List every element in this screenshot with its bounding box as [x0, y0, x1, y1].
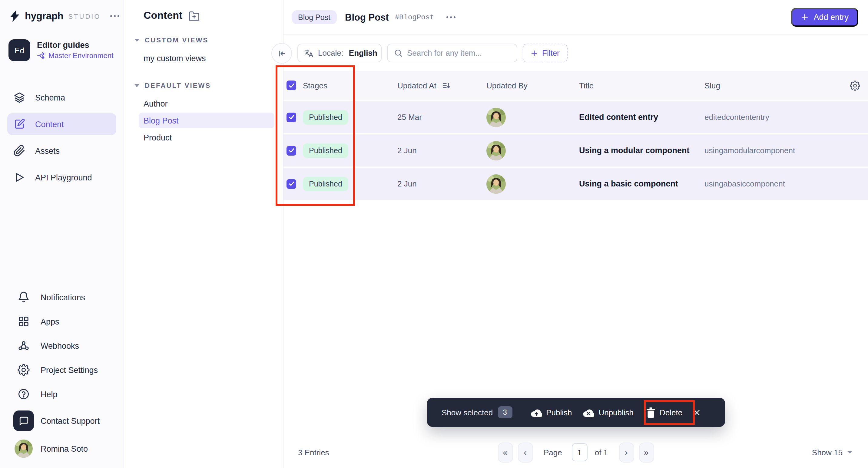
- model-chip: Blog Post: [292, 10, 337, 24]
- sidebar-item-label: Webhooks: [40, 341, 79, 350]
- add-entry-button[interactable]: Add entry: [791, 8, 858, 27]
- gear-icon: [18, 364, 30, 376]
- column-header-updated-at: Updated At: [397, 81, 436, 90]
- chevron-down-icon: [847, 451, 852, 454]
- sort-descending-icon[interactable]: [442, 81, 452, 90]
- content-edit-icon: [13, 118, 26, 130]
- updated-by-avatar: [486, 174, 506, 194]
- column-settings-gear-icon[interactable]: [841, 80, 868, 91]
- next-page-button[interactable]: ›: [619, 442, 634, 462]
- brand-row: hygraph STUDIO: [0, 0, 124, 23]
- select-all-checkbox[interactable]: [286, 80, 296, 90]
- main-header: Blog Post Blog Post #BlogPost Add entry: [283, 0, 868, 35]
- locale-selector[interactable]: Locale: English: [298, 43, 382, 62]
- sidebar-item-label: Notifications: [40, 293, 85, 302]
- sidebar-item-label: Help: [40, 390, 58, 399]
- environment-selector[interactable]: Master Environment: [37, 52, 114, 60]
- table-row[interactable]: Published 2 Jun Using a basic component …: [283, 168, 868, 200]
- environment-name: Master Environment: [49, 52, 114, 60]
- plus-icon: [531, 49, 538, 57]
- webhook-icon: [18, 340, 30, 352]
- publish-button[interactable]: Publish: [530, 408, 572, 417]
- view-item-label: my custom views: [144, 54, 206, 63]
- sidebar-item-label: Contact Support: [40, 416, 100, 425]
- view-item-my-custom-views[interactable]: my custom views: [139, 50, 274, 66]
- user-avatar: [14, 439, 33, 458]
- filter-button[interactable]: Filter: [523, 43, 567, 62]
- close-icon[interactable]: [693, 408, 701, 416]
- collapse-panel-button[interactable]: [271, 43, 292, 64]
- title-cell: Using a modular component: [579, 146, 705, 155]
- slug-cell: usingamodularcomponent: [705, 146, 841, 155]
- unpublish-button[interactable]: Unpublish: [583, 408, 633, 417]
- row-checkbox[interactable]: [286, 145, 296, 155]
- row-checkbox[interactable]: [286, 112, 296, 122]
- locale-value: English: [349, 48, 377, 58]
- updated-by-avatar: [486, 107, 506, 127]
- page-size-select[interactable]: Show 15: [812, 448, 852, 457]
- help-icon: [18, 388, 30, 400]
- locale-label: Locale:: [318, 48, 343, 58]
- last-page-button[interactable]: »: [639, 442, 654, 462]
- page-input[interactable]: [572, 443, 588, 461]
- column-header-stages: Stages: [303, 81, 328, 90]
- view-item-label: Product: [144, 133, 172, 142]
- search-input[interactable]: [407, 48, 510, 58]
- chat-bubble-icon: [13, 410, 34, 431]
- selected-count-badge: 3: [498, 406, 512, 419]
- apps-grid-icon: [18, 315, 30, 328]
- table-row[interactable]: Published 2 Jun Using a modular componen…: [283, 134, 868, 167]
- chevron-down-icon: [134, 84, 139, 87]
- show-selected-button[interactable]: Show selected: [441, 408, 493, 417]
- sidebar-item-schema[interactable]: Schema: [7, 87, 116, 108]
- bottom-nav: Notifications Apps Webhooks Project Sett…: [0, 287, 124, 461]
- project-row[interactable]: Ed Editor guides Master Environment: [8, 39, 115, 61]
- title-cell: Edited content entry: [579, 112, 705, 122]
- main-nav: Schema Content Assets API Playground: [0, 87, 124, 188]
- column-header-slug: Slug: [705, 81, 720, 90]
- delete-button[interactable]: Delete: [646, 407, 682, 417]
- search-box: [387, 43, 517, 62]
- sidebar-item-notifications[interactable]: Notifications: [7, 287, 116, 308]
- views-panel-title: Content: [144, 10, 182, 22]
- project-avatar: Ed: [8, 39, 30, 61]
- sidebar-item-label: Assets: [35, 146, 60, 155]
- sidebar-item-help[interactable]: Help: [7, 383, 116, 405]
- sidebar-item-label: API Playground: [35, 173, 92, 182]
- brand-suffix: STUDIO: [68, 12, 100, 20]
- first-page-button[interactable]: «: [498, 442, 513, 462]
- sidebar-item-assets[interactable]: Assets: [7, 140, 116, 162]
- model-menu-icon[interactable]: [446, 16, 455, 18]
- hygraph-logo-icon: [8, 10, 21, 23]
- sidebar-item-project-settings[interactable]: Project Settings: [7, 359, 116, 381]
- table-row[interactable]: Published 25 Mar Edited content entry ed…: [283, 101, 868, 133]
- row-checkbox[interactable]: [286, 179, 296, 189]
- sidebar-item-api-playground[interactable]: API Playground: [7, 167, 116, 188]
- sidebar-item-user[interactable]: Romina Soto: [7, 436, 116, 461]
- table-header-row: Stages Updated At Updated By Title Slug: [283, 71, 868, 100]
- sidebar-item-content[interactable]: Content: [7, 113, 116, 135]
- title-cell: Using a basic component: [579, 179, 705, 188]
- view-item-author[interactable]: Author: [139, 96, 274, 111]
- previous-page-button[interactable]: ‹: [518, 442, 533, 462]
- sidebar-item-apps[interactable]: Apps: [7, 310, 116, 332]
- view-item-blog-post[interactable]: Blog Post: [139, 112, 274, 128]
- delete-label: Delete: [660, 408, 682, 417]
- view-item-product[interactable]: Product: [139, 130, 274, 145]
- custom-views-section-header[interactable]: CUSTOM VIEWS: [134, 33, 283, 46]
- sidebar-item-contact-support[interactable]: Contact Support: [7, 407, 116, 434]
- toolbar: Locale: English Filter: [283, 35, 868, 71]
- content-views-panel: Content CUSTOM VIEWS my custom views DEF…: [124, 0, 283, 468]
- user-name: Romina Soto: [40, 444, 88, 453]
- sidebar-item-webhooks[interactable]: Webhooks: [7, 335, 116, 357]
- add-entry-label: Add entry: [813, 13, 848, 22]
- default-views-section-header[interactable]: DEFAULT VIEWS: [134, 79, 283, 92]
- workspace-menu-icon[interactable]: [111, 15, 120, 17]
- table-footer: 3 Entries « ‹ Page of 1 › » Show 15: [283, 436, 868, 468]
- status-badge: Published: [303, 110, 348, 125]
- create-view-icon[interactable]: [188, 10, 200, 21]
- slug-cell: editedcontententry: [705, 112, 841, 122]
- search-icon: [394, 48, 403, 58]
- filter-label: Filter: [542, 48, 560, 58]
- view-item-label: Author: [144, 99, 168, 108]
